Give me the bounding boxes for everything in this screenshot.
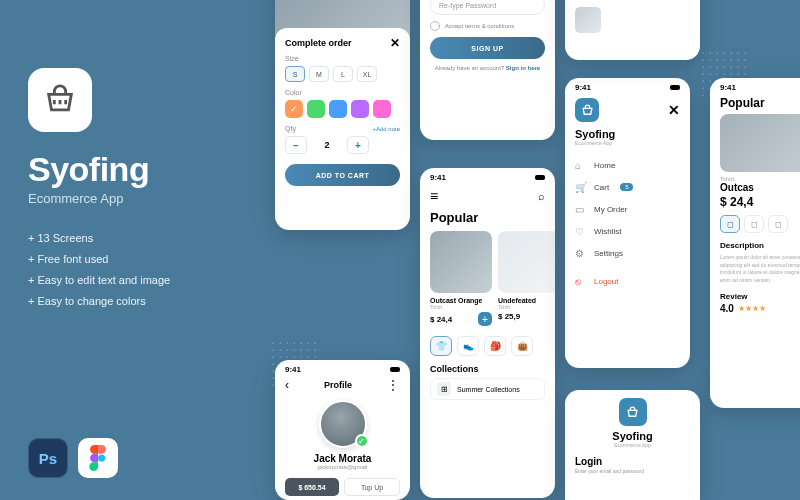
promo-title: Syofing xyxy=(28,150,248,189)
category-pill[interactable]: 👜 xyxy=(511,336,533,356)
photoshop-icon: Ps xyxy=(28,438,68,478)
heart-icon: ♡ xyxy=(575,226,587,237)
variant-pill[interactable]: ◻ xyxy=(744,215,764,233)
size-label: Size xyxy=(285,55,400,62)
status-bar: 9:41 xyxy=(710,78,800,94)
close-icon[interactable]: ✕ xyxy=(668,102,680,118)
promo-subtitle: Ecommerce App xyxy=(28,191,248,206)
screen-menu: 9:41 ✕ Syofing Ecommerce App ⌂Home 🛒Cart… xyxy=(565,78,690,368)
close-icon[interactable]: ✕ xyxy=(390,36,400,50)
home-icon: ⌂ xyxy=(575,160,587,171)
add-button[interactable]: + xyxy=(478,312,492,326)
feature-list: 13 Screens Free font used Easy to edit t… xyxy=(28,228,248,312)
product-name: Outcast Orange xyxy=(430,297,492,304)
screen-profile: 9:41 ‹ Profile ⋮ ✓ Jack Morata jackmorat… xyxy=(275,360,410,500)
variant-pill[interactable]: ◻ xyxy=(720,215,740,233)
menu-item-settings[interactable]: ⚙Settings xyxy=(575,242,680,264)
order-icon: ▭ xyxy=(575,204,587,215)
cart-icon: 🛒 xyxy=(575,182,587,193)
already-text: Already have an account? Sign in here xyxy=(420,65,555,71)
cart-badge: 5 xyxy=(620,183,633,191)
promo-panel: Syofing Ecommerce App 13 Screens Free fo… xyxy=(28,68,248,312)
qty-minus-button[interactable]: − xyxy=(285,136,307,154)
category-pill[interactable]: 🎒 xyxy=(484,336,506,356)
terms-label: Accept terms & conditions xyxy=(445,23,514,29)
item-thumb xyxy=(575,7,601,33)
signup-button[interactable]: SIGN UP xyxy=(430,37,545,59)
size-option-xl[interactable]: XL xyxy=(357,66,377,82)
screen-complete-order: ♥ Complete order ✕ Size S M L XL Color ✓… xyxy=(275,0,410,230)
product-card[interactable]: Undefeated Tshirt $ 25,9 xyxy=(498,231,555,326)
tool-icons: Ps xyxy=(28,438,118,478)
terms-checkbox[interactable] xyxy=(430,21,440,31)
product-price: $ 24,4 xyxy=(430,315,452,324)
review-heading: Review xyxy=(710,286,800,303)
menu-item-wishlist[interactable]: ♡Wishlist xyxy=(575,220,680,242)
screen-login: Syofing Ecommerce App Login Enter your e… xyxy=(565,390,700,500)
menu-item-order[interactable]: ▭My Order xyxy=(575,198,680,220)
back-icon[interactable]: ‹ xyxy=(285,378,289,392)
product-category: Tshirt xyxy=(430,304,492,310)
category-pill[interactable]: 👟 xyxy=(457,336,479,356)
login-hint: Enter your email and password xyxy=(565,468,700,474)
feature-item: Easy to edit text and image xyxy=(28,270,248,291)
product-image xyxy=(498,231,555,293)
product-name: Outcas xyxy=(720,182,800,193)
order-sheet: Complete order ✕ Size S M L XL Color ✓ Q… xyxy=(275,28,410,194)
menu-item-logout[interactable]: ⎋Logout xyxy=(575,270,680,292)
logout-icon: ⎋ xyxy=(575,276,587,287)
feature-item: Easy to change colors xyxy=(28,291,248,312)
product-card[interactable]: Outcast Orange Tshirt $ 24,4+ xyxy=(430,231,492,326)
size-option-s[interactable]: S xyxy=(285,66,305,82)
color-swatch[interactable]: ✓ xyxy=(285,100,303,118)
variant-pill[interactable]: ◻ xyxy=(768,215,788,233)
color-swatch[interactable] xyxy=(373,100,391,118)
screen-popular: 9:41 ≡ ⌕ Popular Outcast Orange Tshirt $… xyxy=(420,168,555,498)
product-price: $ 24,4 xyxy=(720,195,800,209)
size-option-l[interactable]: L xyxy=(333,66,353,82)
star-icon: ★★★★ xyxy=(738,304,766,313)
color-swatch[interactable] xyxy=(307,100,325,118)
figma-icon xyxy=(78,438,118,478)
product-image xyxy=(430,231,492,293)
collection-icon: ⊞ xyxy=(437,382,451,396)
feature-item: Free font used xyxy=(28,249,248,270)
more-icon[interactable]: ⋮ xyxy=(387,378,400,392)
brand-subtitle: Ecommerce App xyxy=(614,442,651,448)
brand-logo xyxy=(575,98,599,122)
user-name: Jack Morata xyxy=(275,453,410,464)
status-bar: 9:41 xyxy=(420,168,555,184)
qty-plus-button[interactable]: + xyxy=(347,136,369,154)
color-swatch[interactable] xyxy=(351,100,369,118)
product-name: Undefeated xyxy=(498,297,555,304)
qty-value: 2 xyxy=(313,140,341,150)
signin-link[interactable]: Sign in here xyxy=(506,65,540,71)
section-title: Popular xyxy=(420,208,555,231)
size-option-m[interactable]: M xyxy=(309,66,329,82)
menu-item-home[interactable]: ⌂Home xyxy=(575,154,680,176)
screen-product-detail: 9:41 Popular Tshirt Outcas $ 24,4 ◻ ◻ ◻ … xyxy=(710,78,800,408)
product-price: $ 25,9 xyxy=(498,312,520,321)
search-icon[interactable]: ⌕ xyxy=(538,190,545,202)
screen-signup: Email Password Re-type Password Accept t… xyxy=(420,0,555,140)
menu-item-cart[interactable]: 🛒Cart5 xyxy=(575,176,680,198)
brand-subtitle: Ecommerce App xyxy=(565,140,690,154)
repassword-field[interactable]: Re-type Password xyxy=(430,0,545,15)
collection-name: Summer Collections xyxy=(457,386,520,393)
description-heading: Description xyxy=(710,239,800,252)
status-bar: 9:41 xyxy=(275,360,410,376)
review-score: 4.0 xyxy=(720,303,734,314)
svg-point-3 xyxy=(98,454,105,461)
app-icon xyxy=(28,68,92,132)
add-to-cart-button[interactable]: ADD TO CART xyxy=(285,164,400,186)
color-swatch[interactable] xyxy=(329,100,347,118)
feature-item: 13 Screens xyxy=(28,228,248,249)
category-pill[interactable]: 👕 xyxy=(430,336,452,356)
menu-icon[interactable]: ≡ xyxy=(430,188,438,204)
collection-item[interactable]: ⊞ Summer Collections xyxy=(430,378,545,400)
add-note-link[interactable]: +Add note xyxy=(372,126,400,132)
brand-name: Syofing xyxy=(612,430,652,442)
collections-title: Collections xyxy=(420,360,555,378)
login-title: Login xyxy=(565,448,700,468)
topup-button[interactable]: Top Up xyxy=(344,478,400,496)
